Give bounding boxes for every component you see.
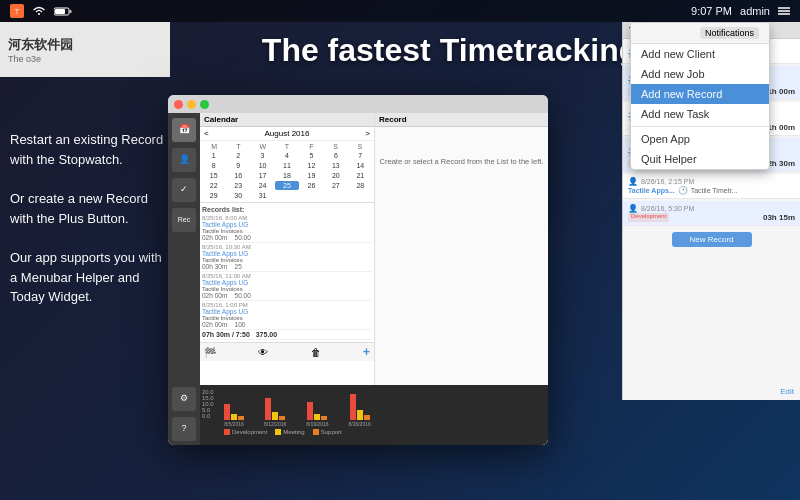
sidebar-item-tasks[interactable]: ✓ (172, 178, 196, 202)
cal-day[interactable]: 1 (202, 151, 225, 160)
prev-month-btn[interactable]: < (204, 129, 209, 138)
records-list-header: Records list: (202, 205, 372, 214)
dropdown-quit-helper[interactable]: Quit Helper (631, 149, 769, 169)
record-dur: 02h 00m 50.00 (202, 234, 372, 241)
cal-day[interactable]: 7 (349, 151, 372, 160)
notifications-badge[interactable]: Notifications (700, 27, 759, 39)
cal-day[interactable]: 23 (226, 181, 249, 190)
cal-day[interactable]: 26 (300, 181, 323, 190)
sidebar-item-help[interactable]: ? (172, 417, 196, 441)
svg-rect-3 (70, 10, 72, 13)
window-titlebar (168, 95, 548, 113)
cal-day[interactable]: 5 (300, 151, 323, 160)
sidebar-item-records[interactable]: Rec (172, 208, 196, 232)
cal-day[interactable]: 20 (324, 171, 347, 180)
cal-day[interactable]: 11 (275, 161, 298, 170)
entry-client: Tactile Apps... (628, 187, 675, 194)
minimize-button[interactable] (187, 100, 196, 109)
record-total-label: 07h 30m / 7:50 375.00 (202, 331, 372, 338)
menu-icon[interactable] (778, 6, 790, 16)
eye-icon[interactable]: 👁 (258, 347, 268, 358)
chart-y-labels: 20.0 15.0 10.0 5.0 0.0 (202, 389, 214, 419)
cal-day[interactable]: 9 (226, 161, 249, 170)
cal-day-today[interactable]: 25 (275, 181, 298, 190)
cal-day[interactable]: 2 (226, 151, 249, 160)
cal-day[interactable]: 10 (251, 161, 274, 170)
chart-area: 20.0 15.0 10.0 5.0 0.0 8/5/2016 (200, 385, 548, 445)
app-window: 📅 👤 ✓ Rec ⚙ ? Calendar < Augu (168, 95, 548, 445)
close-button[interactable] (174, 100, 183, 109)
record-item[interactable]: 8/25/16, 10:30 AM Tactile Apps UG Tactil… (202, 243, 372, 272)
cal-day[interactable]: 4 (275, 151, 298, 160)
bar-sup (279, 416, 285, 420)
calendar-days: 1 2 3 4 5 6 7 8 9 10 11 12 13 14 15 16 1 (202, 151, 372, 200)
cal-day[interactable]: 29 (202, 191, 225, 200)
cal-day[interactable]: 28 (349, 181, 372, 190)
cal-day[interactable]: 3 (251, 151, 274, 160)
maximize-button[interactable] (200, 100, 209, 109)
bar-dev (350, 394, 356, 420)
admin-label: admin (740, 5, 770, 17)
add-record-btn[interactable]: + (363, 345, 370, 359)
tasks-icon: ✓ (180, 185, 188, 195)
desc-restart: Restart an existing Record with the Stop… (10, 130, 170, 169)
cal-day[interactable]: 14 (349, 161, 372, 170)
sidebar-item-settings[interactable]: ⚙ (172, 387, 196, 411)
record-total: 07h 30m / 7:50 375.00 (202, 330, 372, 340)
dropdown-open-app[interactable]: Open App (631, 129, 769, 149)
record-dur: 02h 00m 50.00 (202, 292, 372, 299)
bar-sup (238, 416, 244, 420)
legend-dot-dev (224, 429, 230, 435)
legend-meet: Meeting (275, 429, 304, 435)
svg-rect-4 (55, 9, 65, 14)
timetracking-entry[interactable]: 👤 8/26/16, 2:15 PM Tactile Apps... 🕐 Tac… (623, 174, 800, 199)
edit-button[interactable]: Edit (780, 387, 794, 396)
cal-day[interactable]: 30 (226, 191, 249, 200)
cal-day[interactable]: 18 (275, 171, 298, 180)
trash-icon[interactable]: 🗑 (311, 347, 321, 358)
cal-day[interactable]: 6 (324, 151, 347, 160)
dropdown-add-record[interactable]: Add new Record (631, 84, 769, 104)
cal-day[interactable]: 12 (300, 161, 323, 170)
bar-dev (265, 398, 271, 420)
left-description: Restart an existing Record with the Stop… (10, 130, 170, 327)
next-month-btn[interactable]: > (365, 129, 370, 138)
cal-day[interactable]: 21 (349, 171, 372, 180)
record-client: Tactile Apps UG (202, 221, 372, 228)
cal-day[interactable]: 17 (251, 171, 274, 180)
cal-day[interactable]: 15 (202, 171, 225, 180)
record-item[interactable]: 8/25/16, 1:00 PM Tactile Apps UG Tactile… (202, 301, 372, 330)
cal-day[interactable]: 31 (251, 191, 274, 200)
help-icon: ? (181, 424, 186, 434)
cal-day[interactable]: 16 (226, 171, 249, 180)
chart-content: 20.0 15.0 10.0 5.0 0.0 8/5/2016 (200, 385, 548, 445)
timetracking-entry[interactable]: 👤 8/26/16, 5:30 PM Development 03h 15m (623, 201, 800, 226)
cal-day[interactable]: 27 (324, 181, 347, 190)
cal-day[interactable]: 13 (324, 161, 347, 170)
cal-day[interactable]: 8 (202, 161, 225, 170)
bar-sup (321, 416, 327, 420)
app-icon: T (10, 4, 24, 18)
new-record-button[interactable]: New Record (672, 232, 752, 247)
record-dur: 02h 00m 100 (202, 321, 372, 328)
flag-icon[interactable]: 🏁 (204, 347, 216, 358)
sidebar-item-calendar[interactable]: 📅 (172, 118, 196, 142)
cal-day[interactable]: 22 (202, 181, 225, 190)
record-dur: 00h 30m 25 (202, 263, 372, 270)
dropdown-add-task[interactable]: Add new Task (631, 104, 769, 124)
sidebar-item-jobs[interactable]: 👤 (172, 148, 196, 172)
win-sidebar: 📅 👤 ✓ Rec ⚙ ? (168, 113, 200, 445)
dropdown-add-job[interactable]: Add new Job (631, 64, 769, 84)
entry-date: 8/26/16, 5:30 PM (641, 205, 694, 212)
legend-sup: Support (313, 429, 342, 435)
dropdown-add-client[interactable]: Add new Client (631, 44, 769, 64)
cal-day[interactable]: 24 (251, 181, 274, 190)
entry-job: Tactile Timetr... (691, 187, 738, 194)
record-client: Tactile Apps UG (202, 250, 372, 257)
wifi-icon (32, 6, 46, 16)
record-placeholder: Create or select a Record from the List … (380, 157, 544, 166)
record-item[interactable]: 8/25/16, 8:00 AM Tactile Apps UG Tactile… (202, 214, 372, 243)
record-item[interactable]: 8/25/16, 11:00 AM Tactile Apps UG Tactil… (202, 272, 372, 301)
legend-dev: Development (224, 429, 267, 435)
cal-day[interactable]: 19 (300, 171, 323, 180)
